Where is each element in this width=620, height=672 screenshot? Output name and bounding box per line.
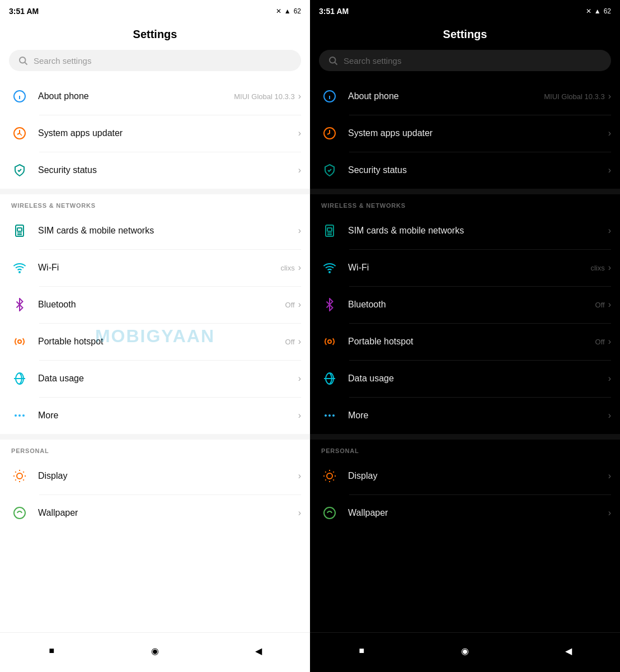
svg-line-23 [23, 472, 24, 472]
security-status-item-dark[interactable]: Security status › [310, 152, 620, 189]
svg-point-15 [17, 473, 22, 479]
wifi-icon-dark [319, 257, 340, 278]
more-icon-dark [319, 405, 340, 426]
display-item-light[interactable]: Display › [0, 458, 310, 494]
bluetooth-label-light: Bluetooth [38, 300, 285, 310]
system-apps-item-light[interactable]: System apps updater › [0, 115, 310, 152]
about-phone-label-light: About phone [38, 91, 234, 101]
bluetooth-icon-light [9, 294, 30, 315]
data-icon-dark [319, 368, 340, 389]
hotspot-chevron-light: › [298, 337, 301, 347]
svg-point-14 [22, 414, 25, 417]
sim-cards-label-dark: SIM cards & mobile networks [348, 226, 608, 236]
network-section-label-light: WIRELESS & NETWORKS [0, 194, 310, 212]
bluetooth-item-dark[interactable]: Bluetooth Off › [310, 286, 620, 323]
svg-line-1 [25, 62, 27, 64]
sep2-light [0, 434, 310, 440]
nav-triangle-dark[interactable]: ◀ [558, 641, 579, 661]
more-item-dark[interactable]: More › [310, 397, 620, 434]
hotspot-item-dark[interactable]: Portable hotspot Off › [310, 323, 620, 360]
nav-triangle-light[interactable]: ◀ [248, 641, 269, 661]
sim-cards-item-light[interactable]: SIM cards & mobile networks › [0, 212, 310, 249]
hotspot-item-light[interactable]: Portable hotspot Off › [0, 323, 310, 360]
svg-line-46 [325, 479, 326, 480]
more-item-light[interactable]: More › [0, 397, 310, 434]
search-icon-light [18, 55, 28, 66]
display-label-light: Display [38, 471, 298, 481]
wallpaper-label-dark: Wallpaper [348, 508, 608, 518]
shield-icon-dark [319, 160, 340, 181]
svg-point-24 [330, 57, 336, 63]
wifi-item-light[interactable]: Wi-Fi clixs › [0, 249, 310, 286]
personal-items-light: Display › Wallpaper › [0, 458, 310, 531]
system-apps-item-dark[interactable]: System apps updater › [310, 115, 620, 152]
about-phone-item-light[interactable]: About phone MIUI Global 10.3.3 › [0, 78, 310, 115]
search-bar-dark[interactable]: Search settings [319, 50, 611, 71]
dark-panel: 3:51 AM ✕ ▲ 62 Settings Search settings … [310, 0, 620, 672]
wifi-status-icon: ▲ [284, 7, 291, 15]
nav-square-light[interactable]: ■ [41, 641, 62, 661]
sim-cards-label-light: SIM cards & mobile networks [38, 226, 298, 236]
hotspot-chevron-dark: › [608, 337, 611, 347]
svg-point-13 [18, 414, 21, 417]
hotspot-label-dark: Portable hotspot [348, 337, 595, 347]
search-icon-dark [328, 55, 338, 66]
sim-icon-dark [319, 220, 340, 241]
svg-line-42 [325, 472, 326, 472]
status-icons-light: ✕ ▲ 62 [276, 7, 301, 15]
network-items-dark: SIM cards & mobile networks › Wi-Fi clix… [310, 212, 620, 434]
bluetooth-sub-dark: Off [595, 301, 605, 309]
bluetooth-chevron-dark: › [608, 300, 611, 310]
security-status-chevron-dark: › [608, 165, 611, 175]
wallpaper-item-light[interactable]: Wallpaper › [0, 494, 310, 531]
sim-cards-chevron-light: › [298, 226, 301, 236]
page-title-light: Settings [0, 20, 310, 46]
security-status-label-light: Security status [38, 165, 298, 175]
top-items-dark: About phone MIUI Global 10.3.3 › System … [310, 78, 620, 189]
nav-circle-light[interactable]: ◉ [145, 641, 165, 661]
sim-cards-chevron-dark: › [608, 226, 611, 236]
wifi-label-light: Wi-Fi [38, 263, 280, 273]
security-status-item-light[interactable]: Security status › [0, 152, 310, 189]
data-usage-item-dark[interactable]: Data usage › [310, 360, 620, 397]
system-apps-chevron-light: › [298, 128, 301, 138]
about-phone-chevron-light: › [298, 91, 301, 101]
svg-line-47 [333, 472, 334, 472]
personal-section-label-light: PERSONAL [0, 440, 310, 458]
hotspot-icon-dark [319, 331, 340, 352]
data-usage-label-dark: Data usage [348, 374, 608, 384]
battery-icon-dark: 62 [604, 7, 611, 15]
svg-line-43 [333, 479, 334, 480]
bluetooth-item-light[interactable]: Bluetooth Off › [0, 286, 310, 323]
display-icon-dark [319, 465, 340, 487]
display-label-dark: Display [348, 471, 608, 481]
about-phone-item-dark[interactable]: About phone MIUI Global 10.3.3 › [310, 78, 620, 115]
wifi-sub-light: clixs [280, 264, 294, 272]
signal-icon: ✕ [276, 7, 281, 15]
bluetooth-icon-dark [319, 294, 340, 315]
data-usage-item-light[interactable]: Data usage › [0, 360, 310, 397]
svg-rect-7 [17, 228, 22, 231]
display-item-dark[interactable]: Display › [310, 458, 620, 494]
wifi-chevron-light: › [298, 263, 301, 273]
nav-circle-dark[interactable]: ◉ [455, 641, 475, 661]
more-chevron-light: › [298, 410, 301, 421]
shield-icon-light [9, 160, 30, 181]
wifi-chevron-dark: › [608, 263, 611, 273]
wifi-item-dark[interactable]: Wi-Fi clixs › [310, 249, 620, 286]
hotspot-label-light: Portable hotspot [38, 337, 285, 347]
personal-section-label-dark: PERSONAL [310, 440, 620, 458]
svg-point-34 [329, 272, 330, 273]
status-bar-dark: 3:51 AM ✕ ▲ 62 [310, 0, 620, 20]
sim-cards-item-dark[interactable]: SIM cards & mobile networks › [310, 212, 620, 249]
battery-icon: 62 [294, 7, 301, 15]
sim-icon-light [9, 220, 30, 241]
wifi-icon-light [9, 257, 30, 278]
wallpaper-chevron-light: › [298, 508, 301, 518]
search-bar-light[interactable]: Search settings [9, 50, 301, 71]
nav-square-dark[interactable]: ■ [351, 641, 372, 661]
sep1-light [0, 189, 310, 194]
status-icons-dark: ✕ ▲ 62 [586, 7, 611, 15]
wifi-label-dark: Wi-Fi [348, 263, 590, 273]
wallpaper-item-dark[interactable]: Wallpaper › [310, 494, 620, 531]
